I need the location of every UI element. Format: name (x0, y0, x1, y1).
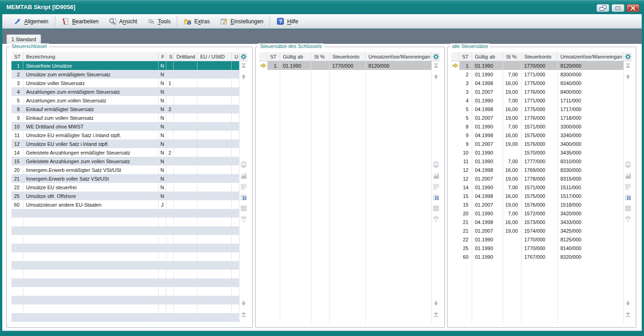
scroll-up-icon[interactable] (240, 73, 247, 80)
column-header[interactable]: U (232, 52, 240, 61)
table-row[interactable]: 504.199816,001775/0001717/000 (451, 105, 624, 113)
table-sum-icon[interactable] (240, 194, 247, 201)
table-row[interactable]: 22Umsätze EU steuerfreiN (11, 183, 240, 192)
table-row[interactable]: 11Umsätze EU ermäßigter Satz i.Inland st… (11, 131, 240, 139)
table-row[interactable]: 12Umsätze EU voller Satz i.Inland stpfl.… (11, 139, 240, 148)
table-row[interactable]: 20Innergem.Erwerb ermäßigter Satz VSt/US… (11, 165, 240, 174)
column-header[interactable]: Drittland (174, 52, 197, 61)
table-row[interactable]: 2104.199816,001573/0003433/000 (451, 218, 624, 226)
restore-button[interactable] (596, 4, 609, 12)
chart-icon[interactable] (625, 172, 631, 179)
column-header[interactable]: ST (267, 52, 280, 61)
table-row[interactable]: 2001.19907,001572/0003420/000 (451, 209, 624, 218)
table-row[interactable]: 2201.19901770/0008125/000 (451, 235, 624, 244)
table-row[interactable]: 15Geleistete Anzahlungen zum vollen Steu… (11, 157, 240, 165)
table-row[interactable]: 14Geleistete Anzahlungen ermäßigter Steu… (11, 148, 240, 157)
table-row[interactable]: 21Innergem.Erwerb voller Satz VSt/UStN (11, 174, 240, 183)
table-row[interactable]: 201.19907,001771/0008300/000 (451, 70, 624, 79)
column-header[interactable]: Bezeichnung (23, 52, 159, 61)
table-row[interactable]: 5Anzahlungen zum vollen SteuersatzN (11, 96, 240, 105)
menu-item-extras[interactable]: Extras (179, 16, 215, 27)
settings-gear-icon[interactable] (624, 52, 632, 61)
table-row[interactable]: 304.199816,001775/0008340/000 (451, 79, 624, 87)
table-row[interactable]: 1Steuerfreie UmsätzeN (11, 61, 240, 70)
scroll-bottom-icon[interactable] (625, 311, 631, 317)
table-row[interactable]: 60Umsatzsteuer andere EU-StaatenJ (11, 200, 240, 209)
menu-item-einstellungen[interactable]: Einstellungen (215, 16, 268, 27)
table-row[interactable]: 1201.200719,001778/0008315/000 (451, 174, 624, 183)
records-icon[interactable] (240, 183, 247, 190)
scroll-top-icon[interactable] (240, 63, 247, 69)
scroll-down-icon[interactable] (240, 300, 247, 306)
table-row[interactable]: 1501.200719,001576/0001518/000 (451, 200, 624, 209)
filter-icon[interactable] (625, 216, 631, 223)
table-row[interactable]: 301.200719,001776/0008400/000 (451, 87, 624, 96)
menu-item-hilfe[interactable]: ? Hilfe (271, 16, 303, 27)
table-grid-icon[interactable] (240, 205, 247, 212)
menu-item-allgemein[interactable]: Allgemein (9, 16, 53, 27)
table-row[interactable]: 2501.19901770/0008140/000 (451, 244, 624, 252)
records-icon[interactable] (433, 183, 439, 190)
tab-standard[interactable]: 1 Standard (6, 34, 41, 44)
column-header[interactable]: S (166, 52, 174, 61)
column-header[interactable]: F (159, 52, 166, 61)
filter-icon[interactable] (433, 216, 439, 223)
table-row[interactable]: 2101.200719,001574/0003425/000 (451, 226, 624, 235)
column-header[interactable]: Gültig ab (472, 52, 503, 61)
table-row[interactable]: 10WE Drittland ohne MWSTN (11, 122, 240, 131)
column-header[interactable]: EU / UStID (197, 52, 232, 61)
scroll-bottom-icon[interactable] (240, 311, 247, 317)
table-grid-icon[interactable] (433, 205, 439, 212)
table-row[interactable]: 801.19907,001571/0003300/000 (451, 122, 624, 131)
column-header[interactable]: ST (459, 52, 472, 61)
table-row[interactable]: 101.19901770/0008120/000 (451, 61, 624, 70)
chart-icon[interactable] (433, 172, 439, 179)
column-header[interactable]: ST (11, 52, 23, 61)
table-row[interactable]: 501.200719,001776/0001718/000 (451, 113, 624, 122)
column-header[interactable]: Umsatzerlöse/Wareneingan (558, 52, 624, 61)
scroll-top-icon[interactable] (625, 63, 631, 69)
table-row[interactable]: 25Umsätze stfr. OffshoreN (11, 192, 240, 200)
close-button[interactable] (627, 4, 639, 12)
table-row[interactable]: 8Einkauf ermäßigter SteuersatzN2 (11, 105, 240, 113)
table-row[interactable]: 401.19907,001771/0001711/000 (451, 96, 624, 105)
menu-item-tools[interactable]: ⚙⚙ Tools (142, 16, 176, 27)
printer-icon[interactable] (240, 161, 247, 168)
column-header[interactable]: Gültig ab (280, 52, 311, 61)
column-header[interactable]: Steuerkonto (522, 52, 558, 61)
scroll-top-icon[interactable] (433, 63, 439, 69)
scroll-down-icon[interactable] (625, 300, 631, 306)
table-row[interactable]: 1101.19907,001777/0008310/000 (451, 157, 624, 165)
column-header[interactable]: Umsatzerlöse/Wareneingan (366, 52, 432, 61)
table-row[interactable]: 6001.19901767/0008320/000 (451, 252, 624, 261)
table-row[interactable]: 1001.19901570/0003435/000 (451, 148, 624, 157)
records-icon[interactable] (625, 183, 631, 190)
table-row[interactable]: 4Anzahlungen zum ermäßigtem SteuersatzN (11, 87, 240, 96)
chart-icon[interactable] (240, 172, 247, 179)
scroll-up-icon[interactable] (625, 73, 631, 80)
minimize-button[interactable] (612, 4, 624, 12)
printer-icon[interactable] (433, 161, 439, 168)
table-row[interactable]: 9Einkauf zum vollen SteuersatzN (11, 113, 240, 122)
table-sum-icon[interactable] (433, 194, 439, 201)
column-header[interactable]: St % (311, 52, 330, 61)
scroll-up-icon[interactable] (433, 73, 439, 80)
printer-icon[interactable] (625, 161, 631, 168)
settings-gear-icon[interactable] (432, 52, 440, 61)
menu-item-ansicht[interactable]: Ansicht (104, 16, 142, 27)
scroll-bottom-icon[interactable] (433, 311, 439, 317)
table-row[interactable]: 1401.19907,001571/0001511/000 (451, 183, 624, 192)
table-grid-icon[interactable] (625, 205, 631, 212)
table-row[interactable]: 1204.199816,001769/0008330/000 (451, 165, 624, 174)
filter-icon[interactable] (240, 216, 247, 223)
table-row[interactable]: 904.199816,001575/0003340/000 (451, 131, 624, 139)
table-row[interactable]: 2Umsätze zum ermäßigtem SteuersatzN (11, 70, 240, 79)
menu-item-bearbeiten[interactable]: Bearbeiten (57, 16, 104, 27)
column-header[interactable]: St % (503, 52, 522, 61)
settings-gear-icon[interactable] (240, 52, 248, 61)
column-header[interactable]: Steuerkonto (330, 52, 366, 61)
table-sum-icon[interactable] (625, 194, 631, 201)
table-row[interactable]: 901.200719,001576/0003400/000 (451, 139, 624, 148)
table-row[interactable]: 1504.199816,001575/0001517/000 (451, 192, 624, 200)
table-row[interactable]: 3Umsätze voller SteuersatzN1 (11, 79, 240, 87)
